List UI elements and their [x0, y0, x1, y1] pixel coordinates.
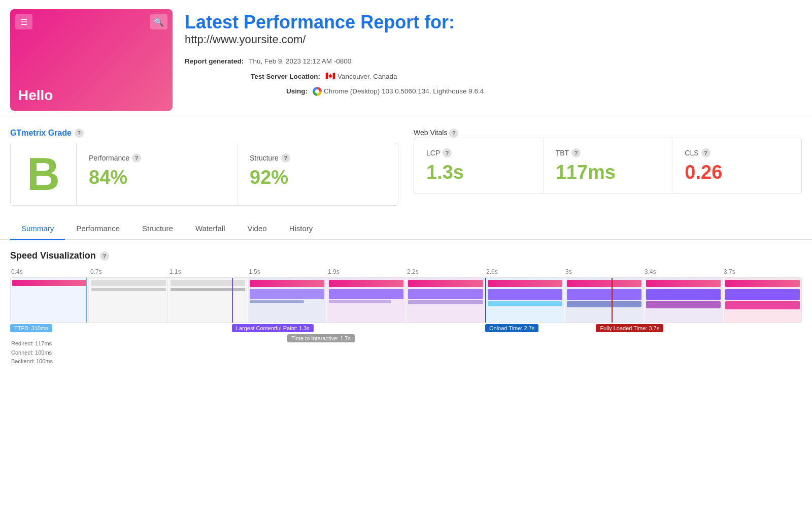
menu-button[interactable]: ☰ — [15, 14, 32, 29]
redirect-metric: Redirect: 117ms — [11, 339, 802, 348]
grade-letter: B — [27, 151, 60, 197]
structure-value: 92% — [250, 167, 386, 188]
frame-9 — [645, 278, 723, 323]
gtmetrix-grade-block: GTmetrix Grade ? B Performance ? 84% Str… — [10, 129, 398, 206]
performance-help[interactable]: ? — [132, 153, 141, 163]
generated-value: Thu, Feb 9, 2023 12:12 AM -0800 — [249, 54, 351, 68]
report-title-line2: http://www.yoursite.com/ — [185, 33, 802, 46]
meta-row-using: Using: Chrome (Desktop) 103.0.5060.134, … — [185, 84, 802, 98]
location-value: Vancouver, Canada — [337, 70, 397, 83]
frame-8 — [565, 278, 644, 323]
frame-7 — [486, 278, 564, 323]
screenshots-row — [10, 277, 802, 323]
cls-value: 0.26 — [685, 162, 789, 183]
tick-7: 3s — [564, 268, 644, 275]
connect-metric: Connect: 100ms — [11, 348, 802, 358]
using-label: Using: — [286, 84, 308, 98]
viz-container: TTFB: 310ms Largest Contentful Paint: 1.… — [10, 277, 802, 366]
top-bar: ☰ 🔍 Hello Latest Performance Report for:… — [0, 0, 812, 116]
lcp-marker-line — [232, 278, 233, 323]
lcp-help[interactable]: ? — [443, 148, 452, 157]
tick-6: 2.6s — [485, 268, 564, 275]
tti-label: Time to Interactive: 1.7s — [287, 334, 355, 342]
frame-4 — [248, 278, 326, 323]
onload-marker-line — [485, 278, 486, 323]
lcp-value: 1.3s — [426, 162, 531, 183]
backend-metric: Backend: 100ms — [11, 357, 802, 366]
report-title-line1: Latest Performance Report for: — [185, 11, 802, 33]
flag-icon: 🇨🇦 — [325, 68, 335, 84]
frame-10 — [724, 278, 801, 323]
tick-0: 0.4s — [10, 268, 89, 275]
tab-waterfall[interactable]: Waterfall — [184, 218, 236, 240]
tbt-help[interactable]: ? — [571, 148, 581, 157]
web-vitals-block: Web Vitals ? LCP ? 1.3s TBT ? 117ms CL — [414, 129, 802, 194]
grade-letter-box: B — [11, 143, 77, 205]
gtmetrix-grade-help[interactable]: ? — [75, 129, 84, 138]
web-vitals-title: Web Vitals ? — [414, 129, 802, 138]
gtmetrix-grade-title: GTmetrix Grade ? — [10, 129, 398, 138]
fully-marker-line — [612, 278, 613, 323]
cls-metric: CLS ? 0.26 — [672, 138, 801, 194]
onload-label: Onload Time: 2.7s — [485, 324, 538, 332]
tick-2: 1.1s — [168, 268, 248, 275]
report-meta: Report generated: Thu, Feb 9, 2023 12:12… — [185, 54, 802, 98]
location-label: Test Server Location: — [251, 70, 320, 83]
tab-summary[interactable]: Summary — [10, 218, 65, 240]
fully-label: Fully Loaded Time: 3.7s — [596, 324, 663, 332]
search-button[interactable]: 🔍 — [150, 14, 167, 29]
frame-2 — [90, 278, 168, 323]
logo-panel: ☰ 🔍 Hello — [10, 9, 173, 111]
lcp-label: LCP ? — [426, 148, 531, 157]
speed-title: Speed Visualization ? — [10, 250, 802, 261]
tab-structure[interactable]: Structure — [131, 218, 184, 240]
tab-history[interactable]: History — [278, 218, 324, 240]
tab-video[interactable]: Video — [236, 218, 278, 240]
tick-3: 1.5s — [248, 268, 327, 275]
generated-label: Report generated: — [185, 54, 244, 68]
web-vitals-help[interactable]: ? — [449, 129, 458, 138]
ttfb-label: TTFB: 310ms — [10, 324, 52, 332]
performance-value: 84% — [89, 167, 225, 188]
grades-section: GTmetrix Grade ? B Performance ? 84% Str… — [0, 116, 812, 214]
structure-metric: Structure ? 92% — [237, 143, 398, 205]
tick-5: 2.2s — [406, 268, 485, 275]
tab-performance[interactable]: Performance — [65, 218, 131, 240]
frame-3 — [169, 278, 247, 323]
frame-6 — [407, 278, 485, 323]
tick-8: 3.4s — [644, 268, 723, 275]
speed-section: Speed Visualization ? 0.4s 0.7s 1.1s 1.5… — [0, 240, 812, 376]
structure-label: Structure ? — [250, 153, 386, 163]
frame-1 — [11, 278, 89, 323]
vitals-card: LCP ? 1.3s TBT ? 117ms CLS ? 0.26 — [414, 138, 802, 194]
using-value: Chrome (Desktop) 103.0.5060.134, Lightho… — [324, 84, 484, 98]
logo-text: Hello — [18, 87, 53, 104]
performance-metric: Performance ? 84% — [77, 143, 237, 205]
tabs-bar: Summary Performance Structure Waterfall … — [0, 218, 812, 240]
meta-row-location: Test Server Location: 🇨🇦 Vancouver, Cana… — [185, 68, 802, 84]
tbt-label: TBT ? — [556, 148, 660, 157]
chrome-icon — [313, 87, 322, 96]
speed-viz-help[interactable]: ? — [100, 251, 109, 261]
grade-card: B Performance ? 84% Structure ? 92% — [10, 143, 398, 206]
lcp-label: Largest Contentful Paint: 1.3s — [232, 324, 314, 332]
meta-row-generated: Report generated: Thu, Feb 9, 2023 12:12… — [185, 54, 802, 68]
sub-metrics: Redirect: 117ms Connect: 100ms Backend: … — [10, 339, 802, 366]
report-header: Latest Performance Report for: http://ww… — [185, 9, 802, 98]
tick-1: 0.7s — [89, 268, 168, 275]
tick-9: 3.7s — [723, 268, 802, 275]
frame-5 — [327, 278, 405, 323]
tick-4: 1.9s — [327, 268, 406, 275]
marker-labels: TTFB: 310ms Largest Contentful Paint: 1.… — [10, 324, 802, 336]
lcp-metric: LCP ? 1.3s — [414, 138, 543, 194]
timeline-ruler: 0.4s 0.7s 1.1s 1.5s 1.9s 2.2s 2.6s 3s 3.… — [10, 268, 802, 275]
ttfb-marker-line — [86, 278, 87, 323]
structure-help[interactable]: ? — [281, 153, 290, 163]
performance-label: Performance ? — [89, 153, 225, 163]
tbt-metric: TBT ? 117ms — [543, 138, 672, 194]
grade-metrics: Performance ? 84% Structure ? 92% — [77, 143, 398, 205]
cls-label: CLS ? — [685, 148, 789, 157]
cls-help[interactable]: ? — [701, 148, 710, 157]
tbt-value: 117ms — [556, 162, 660, 183]
